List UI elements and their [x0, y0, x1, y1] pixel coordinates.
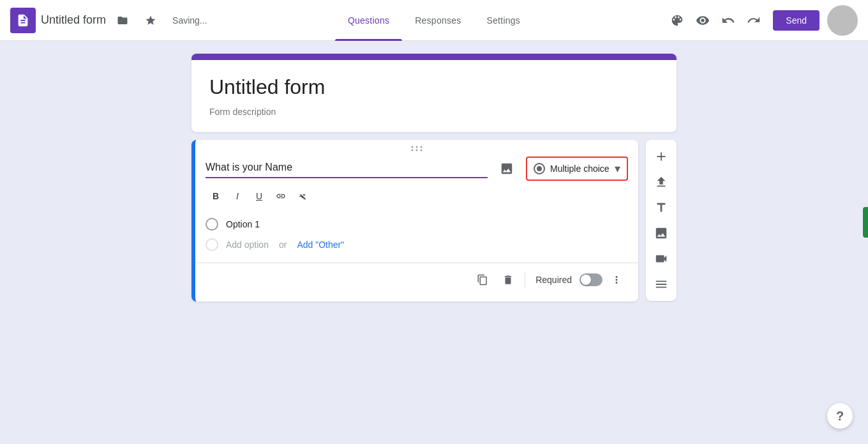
link-button[interactable] — [271, 186, 291, 206]
svg-point-5 — [421, 149, 423, 151]
required-toggle[interactable] — [580, 273, 602, 286]
bold-button[interactable]: B — [206, 186, 226, 206]
star-button[interactable] — [139, 9, 162, 32]
drag-handle[interactable] — [195, 140, 638, 154]
question-area: Multiple choice ▾ B I U O — [191, 140, 677, 302]
radio-icon — [534, 163, 545, 174]
tab-settings[interactable]: Settings — [474, 0, 534, 41]
delete-button[interactable] — [497, 268, 520, 291]
duplicate-button[interactable] — [471, 268, 494, 291]
add-option-radio — [206, 238, 218, 251]
option-row-1: Option 1 — [206, 214, 628, 234]
add-video-button[interactable] — [650, 247, 673, 270]
saving-status: Saving... — [172, 15, 207, 26]
add-other-button[interactable]: Add "Other" — [297, 240, 344, 250]
side-panel — [646, 140, 677, 301]
tab-questions[interactable]: Questions — [335, 0, 402, 41]
add-question-button[interactable] — [650, 145, 673, 168]
option-label-1[interactable]: Option 1 — [226, 219, 260, 229]
question-input[interactable] — [206, 159, 488, 178]
palette-button[interactable] — [666, 9, 689, 32]
question-input-area — [206, 159, 488, 178]
add-section-button[interactable] — [650, 273, 673, 296]
tab-bar: Questions Responses Settings — [335, 0, 533, 41]
form-title: Untitled form — [41, 13, 106, 27]
options-area: Option 1 Add option or Add "Other" — [195, 211, 638, 257]
radio-inner — [537, 166, 542, 171]
option-radio-1 — [206, 218, 218, 231]
underline-button[interactable]: U — [249, 186, 269, 206]
redo-button[interactable] — [742, 9, 765, 32]
question-bottom-bar: Required — [195, 263, 638, 291]
topbar-right: Send — [666, 5, 858, 36]
undo-button[interactable] — [717, 9, 740, 32]
add-image-to-question-button[interactable] — [495, 157, 518, 180]
add-option-button[interactable]: Add option — [226, 240, 269, 250]
app-icon — [10, 8, 36, 33]
or-text: or — [279, 240, 287, 250]
more-options-button[interactable] — [605, 268, 628, 291]
add-title-button[interactable] — [650, 196, 673, 219]
question-type-label: Multiple choice — [550, 164, 610, 174]
add-image-button[interactable] — [650, 222, 673, 245]
help-button[interactable]: ? — [827, 403, 853, 429]
clear-format-button[interactable] — [292, 186, 313, 206]
folder-button[interactable] — [111, 9, 134, 32]
question-card: Multiple choice ▾ B I U O — [191, 140, 638, 302]
required-label: Required — [535, 275, 572, 285]
toggle-thumb — [581, 275, 591, 285]
svg-point-0 — [412, 146, 414, 148]
add-option-row: Add option or Add "Other" — [206, 234, 628, 255]
divider — [525, 272, 525, 287]
question-top-row: Multiple choice ▾ — [195, 154, 638, 181]
tab-responses[interactable]: Responses — [402, 0, 474, 41]
preview-button[interactable] — [691, 9, 714, 32]
format-toolbar: B I U — [195, 181, 638, 211]
import-question-button[interactable] — [650, 171, 673, 194]
avatar — [827, 5, 858, 36]
send-button[interactable]: Send — [773, 10, 819, 31]
main-content: Untitled form Form description — [0, 41, 868, 314]
form-header-card: Untitled form Form description — [191, 54, 677, 132]
question-type-selector[interactable]: Multiple choice ▾ — [526, 157, 628, 181]
form-description[interactable]: Form description — [209, 107, 659, 117]
green-tab — [863, 207, 868, 238]
topbar: Untitled form Saving... Questions Respon… — [0, 0, 868, 41]
form-main-title: Untitled form — [209, 75, 659, 99]
svg-point-4 — [416, 149, 418, 151]
svg-point-2 — [421, 146, 423, 148]
svg-point-3 — [412, 149, 414, 151]
dropdown-arrow-icon: ▾ — [615, 162, 620, 176]
svg-point-1 — [416, 146, 418, 148]
italic-button[interactable]: I — [227, 186, 248, 206]
